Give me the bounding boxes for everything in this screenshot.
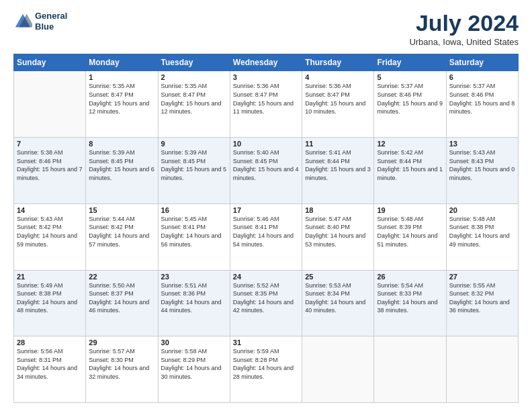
day-number: 4 bbox=[305, 73, 371, 81]
calendar-row-2: 14Sunrise: 5:43 AM Sunset: 8:42 PM Dayli… bbox=[14, 203, 519, 270]
title-block: July 2024 Urbana, Iowa, United States bbox=[409, 11, 519, 47]
cell-info: Sunrise: 5:49 AM Sunset: 8:38 PM Dayligh… bbox=[17, 281, 83, 315]
cell-info: Sunrise: 5:48 AM Sunset: 8:39 PM Dayligh… bbox=[377, 215, 443, 248]
cell-info: Sunrise: 5:37 AM Sunset: 8:46 PM Dayligh… bbox=[449, 82, 515, 116]
cell-info: Sunrise: 5:50 AM Sunset: 8:37 PM Dayligh… bbox=[89, 281, 154, 315]
calendar-table: Sunday Monday Tuesday Wednesday Thursday… bbox=[13, 54, 519, 403]
day-number: 27 bbox=[449, 273, 515, 281]
calendar-row-4: 28Sunrise: 5:56 AM Sunset: 8:31 PM Dayli… bbox=[14, 336, 519, 403]
table-row bbox=[446, 336, 518, 403]
day-number: 20 bbox=[449, 206, 515, 214]
day-number: 1 bbox=[89, 73, 154, 81]
cell-info: Sunrise: 5:41 AM Sunset: 8:44 PM Dayligh… bbox=[305, 148, 371, 182]
day-number: 26 bbox=[377, 273, 443, 281]
day-number: 7 bbox=[17, 140, 83, 148]
day-number: 14 bbox=[17, 206, 83, 214]
table-row bbox=[14, 71, 86, 138]
cell-info: Sunrise: 5:39 AM Sunset: 8:45 PM Dayligh… bbox=[89, 148, 154, 182]
day-number: 8 bbox=[89, 140, 154, 148]
calendar-row-0: 1Sunrise: 5:35 AM Sunset: 8:47 PM Daylig… bbox=[14, 71, 519, 138]
table-row: 31Sunrise: 5:59 AM Sunset: 8:28 PM Dayli… bbox=[230, 336, 302, 403]
table-row: 4Sunrise: 5:36 AM Sunset: 8:47 PM Daylig… bbox=[302, 71, 374, 138]
table-row: 13Sunrise: 5:43 AM Sunset: 8:43 PM Dayli… bbox=[446, 138, 518, 204]
logo-icon bbox=[13, 12, 32, 31]
day-number: 9 bbox=[161, 140, 227, 148]
calendar-header-row: Sunday Monday Tuesday Wednesday Thursday… bbox=[14, 54, 519, 71]
table-row: 7Sunrise: 5:38 AM Sunset: 8:46 PM Daylig… bbox=[14, 138, 86, 204]
cell-info: Sunrise: 5:38 AM Sunset: 8:46 PM Dayligh… bbox=[17, 148, 83, 182]
subtitle: Urbana, Iowa, United States bbox=[409, 37, 519, 47]
day-number: 30 bbox=[161, 338, 227, 347]
table-row: 30Sunrise: 5:58 AM Sunset: 8:29 PM Dayli… bbox=[158, 336, 230, 403]
table-row: 16Sunrise: 5:45 AM Sunset: 8:41 PM Dayli… bbox=[158, 203, 230, 270]
cell-info: Sunrise: 5:46 AM Sunset: 8:41 PM Dayligh… bbox=[233, 215, 299, 248]
table-row: 26Sunrise: 5:54 AM Sunset: 8:33 PM Dayli… bbox=[374, 270, 446, 336]
cell-info: Sunrise: 5:57 AM Sunset: 8:30 PM Dayligh… bbox=[89, 347, 154, 381]
table-row: 29Sunrise: 5:57 AM Sunset: 8:30 PM Dayli… bbox=[86, 336, 158, 403]
page: General Blue July 2024 Urbana, Iowa, Uni… bbox=[0, 0, 532, 411]
day-number: 13 bbox=[449, 140, 515, 148]
table-row: 19Sunrise: 5:48 AM Sunset: 8:39 PM Dayli… bbox=[374, 203, 446, 270]
cell-info: Sunrise: 5:47 AM Sunset: 8:40 PM Dayligh… bbox=[305, 215, 371, 248]
col-saturday: Saturday bbox=[446, 54, 518, 71]
table-row: 17Sunrise: 5:46 AM Sunset: 8:41 PM Dayli… bbox=[230, 203, 302, 270]
cell-info: Sunrise: 5:35 AM Sunset: 8:47 PM Dayligh… bbox=[161, 82, 227, 116]
cell-info: Sunrise: 5:40 AM Sunset: 8:45 PM Dayligh… bbox=[233, 148, 299, 182]
day-number: 28 bbox=[17, 338, 83, 347]
col-sunday: Sunday bbox=[14, 54, 86, 71]
table-row: 18Sunrise: 5:47 AM Sunset: 8:40 PM Dayli… bbox=[302, 203, 374, 270]
table-row bbox=[374, 336, 446, 403]
main-title: July 2024 bbox=[409, 11, 519, 36]
col-thursday: Thursday bbox=[302, 54, 374, 71]
day-number: 3 bbox=[233, 73, 299, 81]
cell-info: Sunrise: 5:36 AM Sunset: 8:47 PM Dayligh… bbox=[233, 82, 299, 116]
day-number: 16 bbox=[161, 206, 227, 214]
cell-info: Sunrise: 5:58 AM Sunset: 8:29 PM Dayligh… bbox=[161, 347, 227, 381]
day-number: 29 bbox=[89, 338, 154, 347]
cell-info: Sunrise: 5:39 AM Sunset: 8:45 PM Dayligh… bbox=[161, 148, 227, 182]
day-number: 19 bbox=[377, 206, 443, 214]
calendar-row-3: 21Sunrise: 5:49 AM Sunset: 8:38 PM Dayli… bbox=[14, 270, 519, 336]
day-number: 12 bbox=[377, 140, 443, 148]
table-row: 10Sunrise: 5:40 AM Sunset: 8:45 PM Dayli… bbox=[230, 138, 302, 204]
table-row: 22Sunrise: 5:50 AM Sunset: 8:37 PM Dayli… bbox=[86, 270, 158, 336]
table-row: 6Sunrise: 5:37 AM Sunset: 8:46 PM Daylig… bbox=[446, 71, 518, 138]
day-number: 18 bbox=[305, 206, 371, 214]
day-number: 24 bbox=[233, 273, 299, 281]
cell-info: Sunrise: 5:54 AM Sunset: 8:33 PM Dayligh… bbox=[377, 281, 443, 315]
table-row: 3Sunrise: 5:36 AM Sunset: 8:47 PM Daylig… bbox=[230, 71, 302, 138]
table-row: 28Sunrise: 5:56 AM Sunset: 8:31 PM Dayli… bbox=[14, 336, 86, 403]
day-number: 11 bbox=[305, 140, 371, 148]
col-tuesday: Tuesday bbox=[158, 54, 230, 71]
header: General Blue July 2024 Urbana, Iowa, Uni… bbox=[13, 11, 519, 47]
table-row: 1Sunrise: 5:35 AM Sunset: 8:47 PM Daylig… bbox=[86, 71, 158, 138]
col-monday: Monday bbox=[86, 54, 158, 71]
day-number: 21 bbox=[17, 273, 83, 281]
cell-info: Sunrise: 5:52 AM Sunset: 8:35 PM Dayligh… bbox=[233, 281, 299, 315]
table-row: 23Sunrise: 5:51 AM Sunset: 8:36 PM Dayli… bbox=[158, 270, 230, 336]
cell-info: Sunrise: 5:44 AM Sunset: 8:42 PM Dayligh… bbox=[89, 215, 154, 248]
cell-info: Sunrise: 5:55 AM Sunset: 8:32 PM Dayligh… bbox=[449, 281, 515, 315]
day-number: 22 bbox=[89, 273, 154, 281]
table-row: 15Sunrise: 5:44 AM Sunset: 8:42 PM Dayli… bbox=[86, 203, 158, 270]
day-number: 15 bbox=[89, 206, 154, 214]
cell-info: Sunrise: 5:48 AM Sunset: 8:38 PM Dayligh… bbox=[449, 215, 515, 248]
cell-info: Sunrise: 5:43 AM Sunset: 8:42 PM Dayligh… bbox=[17, 215, 83, 248]
cell-info: Sunrise: 5:53 AM Sunset: 8:34 PM Dayligh… bbox=[305, 281, 371, 315]
day-number: 2 bbox=[161, 73, 227, 81]
table-row: 12Sunrise: 5:42 AM Sunset: 8:44 PM Dayli… bbox=[374, 138, 446, 204]
cell-info: Sunrise: 5:35 AM Sunset: 8:47 PM Dayligh… bbox=[89, 82, 154, 116]
cell-info: Sunrise: 5:42 AM Sunset: 8:44 PM Dayligh… bbox=[377, 148, 443, 182]
day-number: 5 bbox=[377, 73, 443, 81]
cell-info: Sunrise: 5:51 AM Sunset: 8:36 PM Dayligh… bbox=[161, 281, 227, 315]
day-number: 25 bbox=[305, 273, 371, 281]
table-row: 21Sunrise: 5:49 AM Sunset: 8:38 PM Dayli… bbox=[14, 270, 86, 336]
table-row: 20Sunrise: 5:48 AM Sunset: 8:38 PM Dayli… bbox=[446, 203, 518, 270]
logo: General Blue bbox=[13, 11, 67, 32]
table-row: 24Sunrise: 5:52 AM Sunset: 8:35 PM Dayli… bbox=[230, 270, 302, 336]
table-row: 5Sunrise: 5:37 AM Sunset: 8:46 PM Daylig… bbox=[374, 71, 446, 138]
table-row: 9Sunrise: 5:39 AM Sunset: 8:45 PM Daylig… bbox=[158, 138, 230, 204]
day-number: 10 bbox=[233, 140, 299, 148]
table-row bbox=[302, 336, 374, 403]
cell-info: Sunrise: 5:59 AM Sunset: 8:28 PM Dayligh… bbox=[233, 347, 299, 381]
